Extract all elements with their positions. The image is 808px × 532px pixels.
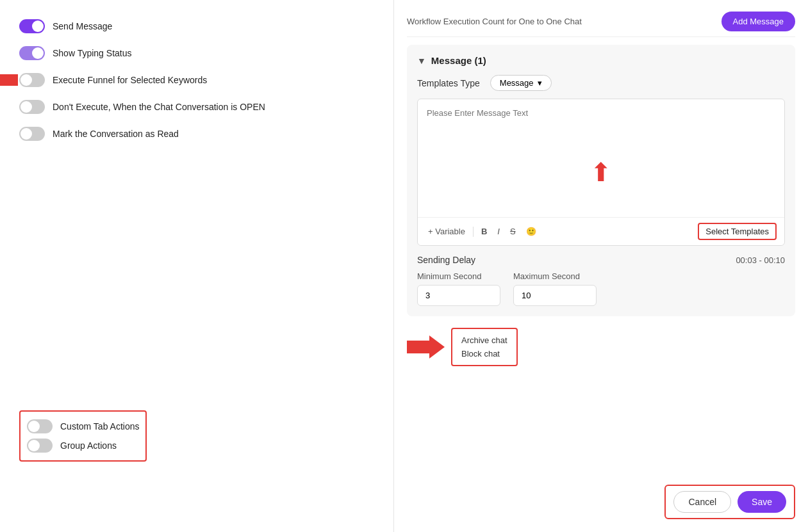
archive-chat-item: Archive chat bbox=[461, 335, 507, 345]
arrow-left-indicator bbox=[0, 71, 18, 89]
toggle-custom-tab[interactable] bbox=[27, 419, 53, 433]
toggle-label-show-typing: Show Typing Status bbox=[53, 48, 131, 58]
bottom-action-bar: Cancel Save bbox=[407, 472, 795, 526]
toggle-group-actions[interactable] bbox=[27, 439, 53, 453]
bold-button[interactable]: B bbox=[479, 225, 490, 238]
min-second-group: Minimum Second bbox=[417, 271, 500, 306]
toggle-dont-execute[interactable] bbox=[19, 100, 45, 114]
max-second-group: Maximum Second bbox=[513, 271, 597, 306]
min-second-input[interactable] bbox=[417, 285, 500, 306]
toggle-execute-funnel[interactable] bbox=[19, 73, 45, 87]
message-header: ▼ Message (1) bbox=[417, 55, 785, 66]
min-max-row: Minimum Second Maximum Second bbox=[417, 271, 785, 306]
add-message-button[interactable]: Add Message bbox=[721, 12, 796, 31]
toggle-row-custom-tab: Custom Tab Actions bbox=[27, 417, 139, 436]
templates-type-row: Templates Type Message ▾ bbox=[417, 75, 785, 91]
bottom-actions-wrapper: Cancel Save bbox=[664, 485, 795, 519]
toggle-row-mark-read: Mark the Conversation as Read bbox=[19, 120, 374, 147]
toggle-label-dont-execute: Don't Execute, When the Chat Conversatio… bbox=[53, 102, 265, 112]
toggle-send-message[interactable] bbox=[19, 19, 45, 33]
message-title: Message (1) bbox=[431, 55, 486, 66]
toggle-row-send-message: Send Message bbox=[19, 13, 374, 40]
right-panel: Workflow Execution Count for One to One … bbox=[394, 0, 808, 532]
sending-delay-value: 00:03 - 00:10 bbox=[736, 255, 785, 265]
strikethrough-button[interactable]: S bbox=[507, 225, 518, 238]
message-textarea[interactable] bbox=[418, 99, 784, 214]
toggle-label-mark-read: Mark the Conversation as Read bbox=[53, 129, 179, 139]
bottom-toggles-box: Custom Tab Actions Group Actions bbox=[19, 410, 147, 462]
sending-delay-row: Sending Delay 00:03 - 00:10 bbox=[417, 255, 785, 265]
toggle-label-group-actions: Group Actions bbox=[60, 440, 117, 451]
message-section: ▼ Message (1) Templates Type Message ▾ ⬆… bbox=[407, 45, 795, 316]
min-second-label: Minimum Second bbox=[417, 271, 500, 281]
toggle-label-send-message: Send Message bbox=[53, 21, 112, 31]
cancel-button[interactable]: Cancel bbox=[673, 491, 731, 513]
save-button[interactable]: Save bbox=[738, 491, 786, 513]
emoji-button[interactable]: 🙂 bbox=[524, 225, 539, 238]
archive-block-row: Archive chat Block chat bbox=[407, 328, 795, 366]
message-toolbar: + Variable B I S 🙂 Select Templates bbox=[418, 217, 784, 245]
toggle-label-custom-tab: Custom Tab Actions bbox=[60, 421, 139, 431]
chevron-down-icon: ▾ bbox=[538, 78, 542, 88]
sending-delay-label: Sending Delay bbox=[417, 255, 475, 265]
templates-type-label: Templates Type bbox=[417, 78, 480, 88]
toggle-row-show-typing: Show Typing Status bbox=[19, 40, 374, 67]
block-chat-item: Block chat bbox=[461, 349, 507, 359]
arrow-right-indicator bbox=[407, 335, 445, 359]
top-bar: Workflow Execution Count for One to One … bbox=[407, 6, 795, 37]
toggle-row-group-actions: Group Actions bbox=[27, 436, 139, 455]
message-textarea-wrapper: ⬆ + Variable B I S 🙂 Select Templates bbox=[417, 99, 785, 246]
left-panel: Send Message Show Typing Status Execute … bbox=[0, 0, 394, 532]
toggle-row-dont-execute: Don't Execute, When the Chat Conversatio… bbox=[19, 93, 374, 120]
templates-type-select[interactable]: Message ▾ bbox=[490, 75, 552, 91]
toggle-mark-read[interactable] bbox=[19, 127, 45, 141]
toggle-show-typing[interactable] bbox=[19, 46, 45, 60]
archive-block-box: Archive chat Block chat bbox=[451, 328, 518, 366]
max-second-label: Maximum Second bbox=[513, 271, 597, 281]
select-templates-button[interactable]: Select Templates bbox=[698, 223, 777, 240]
variable-button[interactable]: + Variable bbox=[425, 225, 468, 238]
workflow-label: Workflow Execution Count for One to One … bbox=[407, 17, 721, 26]
max-second-input[interactable] bbox=[513, 285, 597, 306]
templates-type-value: Message bbox=[500, 78, 534, 88]
toolbar-divider-1 bbox=[473, 227, 474, 237]
toggle-label-execute-funnel: Execute Funnel for Selected Keywords bbox=[53, 75, 207, 85]
italic-button[interactable]: I bbox=[495, 225, 502, 238]
collapse-icon[interactable]: ▼ bbox=[417, 56, 426, 66]
toggle-row-execute-funnel: Execute Funnel for Selected Keywords bbox=[19, 67, 374, 93]
